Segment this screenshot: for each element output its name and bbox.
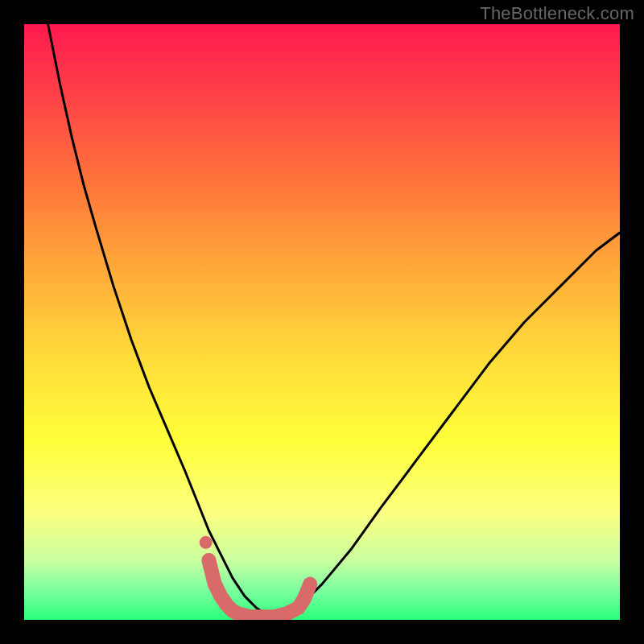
series-layer [48,24,620,620]
chart-frame: TheBottleneck.com [0,0,644,644]
chart-svg [24,24,620,620]
series-highlight-min [208,560,310,617]
series-bottleneck-curve [48,24,620,620]
watermark-text: TheBottleneck.com [480,3,634,24]
plot-area [24,24,620,620]
series-highlight-dot-dot [200,536,213,549]
